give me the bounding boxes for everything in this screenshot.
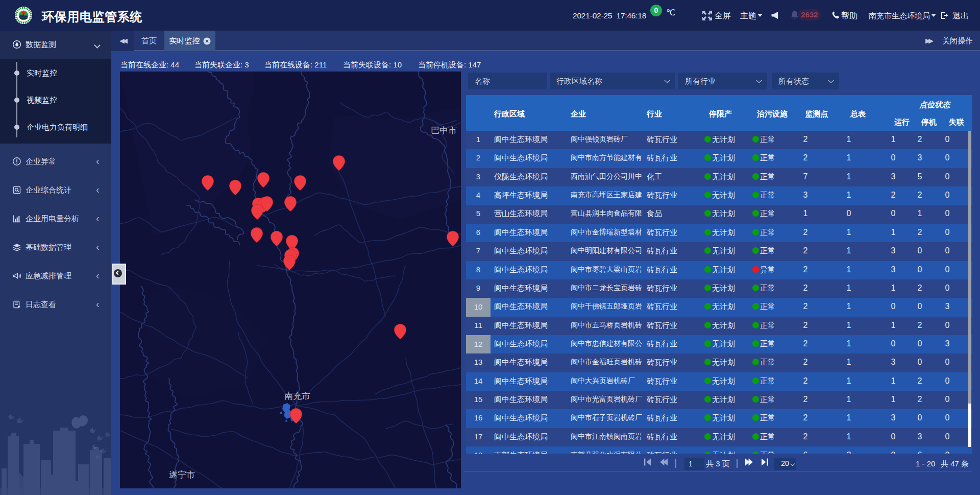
- svg-text:南充市: 南充市: [284, 391, 310, 401]
- svg-text:巴中市: 巴中市: [431, 126, 457, 135]
- svg-text:遂宁市: 遂宁市: [169, 470, 195, 480]
